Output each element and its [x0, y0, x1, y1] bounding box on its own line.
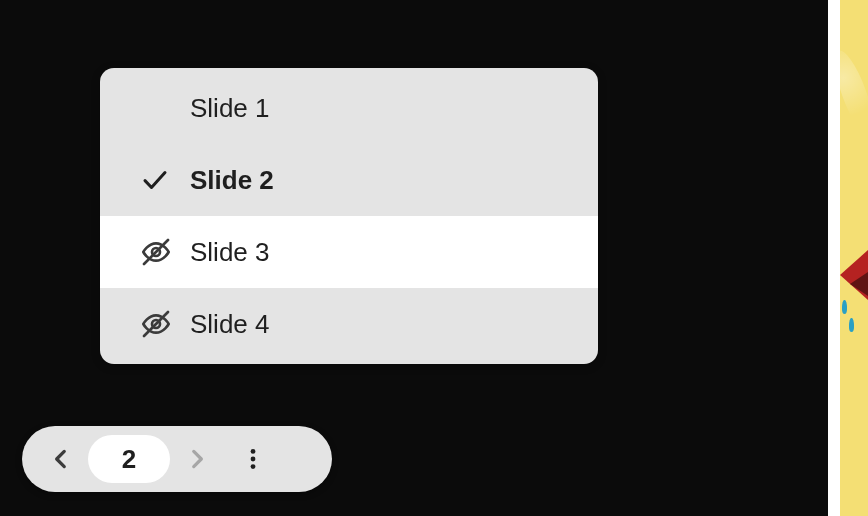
next-slide-button[interactable]	[174, 436, 220, 482]
previous-slide-button[interactable]	[38, 436, 84, 482]
slide-menu-item-1[interactable]: Slide 1	[100, 72, 598, 144]
check-icon	[140, 165, 190, 195]
svg-point-5	[251, 457, 256, 462]
more-options-button[interactable]	[230, 436, 276, 482]
chevron-left-icon	[48, 446, 74, 472]
hidden-eye-icon	[140, 236, 190, 268]
slide-menu-item-2-label: Slide 2	[190, 165, 598, 196]
slide-nav-toolbar: 2	[22, 426, 332, 492]
slide-selector-menu: Slide 1 Slide 2 Slide 3	[100, 68, 598, 364]
slide-menu-item-1-label: Slide 1	[190, 93, 598, 124]
next-slide-preview-strip	[840, 0, 868, 516]
slide-menu-item-4[interactable]: Slide 4	[100, 288, 598, 360]
hidden-eye-icon	[140, 308, 190, 340]
slide-menu-item-3[interactable]: Slide 3	[100, 216, 598, 288]
slide-menu-item-3-label: Slide 3	[190, 237, 598, 268]
slide-menu-item-2[interactable]: Slide 2	[100, 144, 598, 216]
current-slide-number-chip[interactable]: 2	[88, 435, 170, 483]
slide-menu-item-4-label: Slide 4	[190, 309, 598, 340]
more-vertical-icon	[240, 446, 266, 472]
svg-point-4	[251, 449, 256, 454]
chevron-right-icon	[184, 446, 210, 472]
current-slide-number: 2	[122, 444, 136, 475]
svg-point-6	[251, 464, 256, 469]
